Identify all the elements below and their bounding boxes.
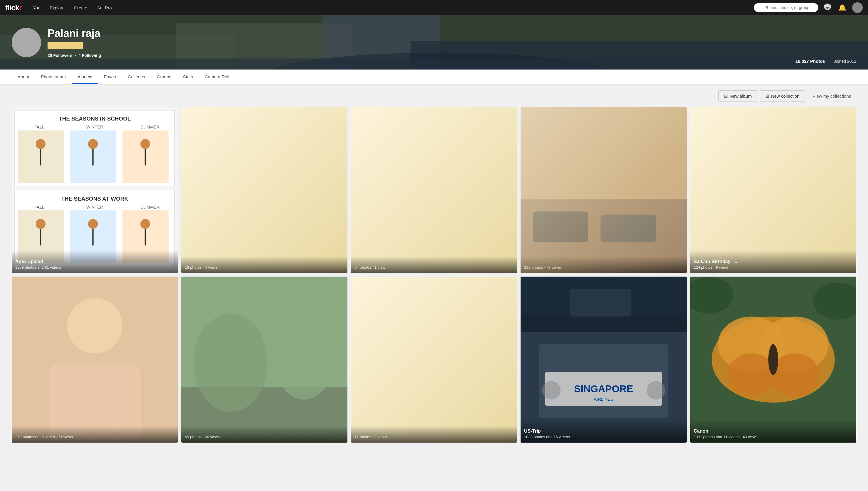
svg-text:SUMMER: SUMMER	[141, 205, 160, 209]
album-card[interactable]: 270 photos and 1 video · 11 views	[12, 277, 178, 442]
album-meta: 11 photos · 2 views	[355, 435, 513, 439]
new-album-label: New album	[730, 93, 752, 98]
album-overlay: 18 photos · 4 views	[181, 256, 347, 273]
profile-banner: Palani raja 20 Followers • 4 Following 1…	[0, 15, 868, 69]
album-overlay: Canon 1031 photos and 11 videos · 40 vie…	[690, 420, 856, 442]
tab-faves[interactable]: Faves	[98, 69, 122, 84]
nav-link-getpro[interactable]: Get Pro	[92, 3, 116, 12]
albums-grid: THE SEASONS IN SCHOOL FALL WINTER SUMMER…	[12, 107, 856, 442]
album-overlay: US-Trip 1038 photos and 16 videos	[521, 420, 687, 442]
svg-rect-45	[12, 277, 178, 442]
profile-name: Palani raja	[48, 27, 856, 39]
album-card[interactable]: THE SEASONS IN SCHOOL FALL WINTER SUMMER…	[12, 107, 178, 273]
svg-text:SINGAPORE: SINGAPORE	[574, 383, 633, 394]
user-avatar[interactable]	[852, 2, 863, 13]
upload-icon[interactable]	[822, 2, 833, 13]
svg-point-36	[140, 219, 150, 229]
album-title: Sai/Jan Birthday - ...	[694, 259, 853, 264]
followers-count[interactable]: 20 Followers	[48, 53, 73, 58]
svg-point-67	[768, 344, 778, 375]
svg-point-18	[36, 139, 46, 149]
album-meta: 18 photos · 4 views	[185, 265, 344, 269]
album-overlay: 11 photos · 2 views	[351, 426, 517, 442]
profile-tag-bar	[48, 42, 83, 49]
svg-text:WINTER: WINTER	[86, 205, 103, 209]
search-wrapper: 🔍	[754, 3, 818, 12]
svg-text:AIRLINES: AIRLINES	[594, 397, 614, 402]
nav-link-create[interactable]: Create	[70, 3, 91, 12]
album-card[interactable]: 11 photos · 2 views	[351, 277, 517, 442]
svg-text:SUMMER: SUMMER	[141, 125, 160, 129]
album-card[interactable]: Canon 1031 photos and 11 videos · 40 vie…	[690, 277, 856, 442]
album-title: Canon	[694, 429, 853, 434]
svg-text:THE SEASONS IN SCHOOL: THE SEASONS IN SCHOOL	[59, 116, 131, 122]
tab-groups[interactable]: Groups	[151, 69, 177, 84]
tabs-bar: About Photostream Albums Faves Galleries…	[0, 69, 868, 84]
flickr-logo[interactable]: flickr	[5, 3, 22, 12]
album-title: US-Trip	[524, 429, 683, 434]
album-overlay: 69 photos · 66 views	[181, 426, 347, 442]
album-meta: 124 photos · 9 views	[694, 265, 853, 269]
album-meta: 1038 photos and 16 videos	[524, 435, 683, 439]
nav-links: You Explore Create Get Pro	[29, 3, 754, 12]
album-meta: 64 photos · 1 view	[355, 265, 513, 269]
svg-point-22	[140, 139, 150, 149]
albums-toolbar: ⊞ New album ⊞ New collection View my col…	[12, 90, 856, 102]
search-input[interactable]	[754, 3, 818, 12]
svg-point-58	[647, 381, 665, 400]
svg-point-32	[36, 219, 46, 229]
svg-rect-50	[181, 277, 347, 442]
svg-point-57	[542, 381, 560, 400]
new-collection-icon: ⊞	[765, 93, 769, 99]
album-meta: 69 photos · 66 views	[185, 435, 344, 439]
profile-avatar[interactable]	[12, 28, 41, 57]
album-card[interactable]: 233 photos · 73 views	[521, 107, 687, 273]
svg-text:FALL: FALL	[34, 125, 44, 129]
album-title: Auto Upload	[15, 259, 174, 264]
tab-galleries[interactable]: Galleries	[122, 69, 151, 84]
svg-rect-60	[570, 289, 632, 316]
hero-content: Palani raja 20 Followers • 4 Following	[0, 15, 868, 69]
new-collection-label: New collection	[771, 93, 800, 98]
album-overlay: Sai/Jan Birthday - ... 124 photos · 9 vi…	[690, 250, 856, 273]
svg-point-20	[88, 139, 98, 149]
tab-albums[interactable]: Albums	[72, 69, 98, 84]
album-overlay: Auto Upload 3909 photos and 81 videos	[12, 250, 178, 273]
svg-point-34	[88, 219, 98, 229]
svg-text:THE SEASONS AT WORK: THE SEASONS AT WORK	[61, 196, 129, 202]
album-meta: 270 photos and 1 video · 11 views	[15, 435, 174, 439]
profile-follow-info: 20 Followers • 4 Following	[48, 53, 856, 58]
album-meta: 1031 photos and 11 videos · 40 views	[694, 435, 853, 439]
nav-link-you[interactable]: You	[29, 3, 44, 12]
album-overlay: 64 photos · 1 view	[351, 256, 517, 273]
album-overlay: 270 photos and 1 video · 11 views	[12, 426, 178, 442]
svg-text:WINTER: WINTER	[86, 125, 103, 129]
view-collections-button[interactable]: View my collections	[807, 91, 856, 101]
tab-camera-roll[interactable]: Camera Roll	[199, 69, 235, 84]
notifications-icon[interactable]: 🔔	[837, 3, 847, 12]
tab-photostream[interactable]: Photostream	[35, 69, 72, 84]
album-card[interactable]: 69 photos · 66 views	[181, 277, 347, 442]
following-count[interactable]: 4 Following	[78, 53, 101, 58]
topnav: flickr You Explore Create Get Pro 🔍 🔔	[0, 0, 868, 15]
album-card[interactable]: 18 photos · 4 views	[181, 107, 347, 273]
profile-info: Palani raja 20 Followers • 4 Following	[48, 27, 856, 58]
tab-stats[interactable]: Stats	[177, 69, 199, 84]
nav-link-explore[interactable]: Explore	[46, 3, 69, 12]
nav-icons: 🔔	[822, 2, 863, 13]
album-meta: 3909 photos and 81 videos	[15, 265, 174, 269]
album-card[interactable]: 64 photos · 1 view	[351, 107, 517, 273]
new-album-icon: ⊞	[724, 93, 728, 99]
tab-about[interactable]: About	[12, 69, 35, 84]
album-card[interactable]: SINGAPORE AIRLINES US-Trip 1038 photos a…	[521, 277, 687, 442]
new-album-button[interactable]: ⊞ New album	[718, 90, 757, 102]
albums-area: ⊞ New album ⊞ New collection View my col…	[0, 84, 868, 490]
new-collection-button[interactable]: ⊞ New collection	[760, 90, 805, 102]
svg-text:FALL: FALL	[34, 205, 44, 209]
album-card[interactable]: Sai/Jan Birthday - ... 124 photos · 9 vi…	[690, 107, 856, 273]
